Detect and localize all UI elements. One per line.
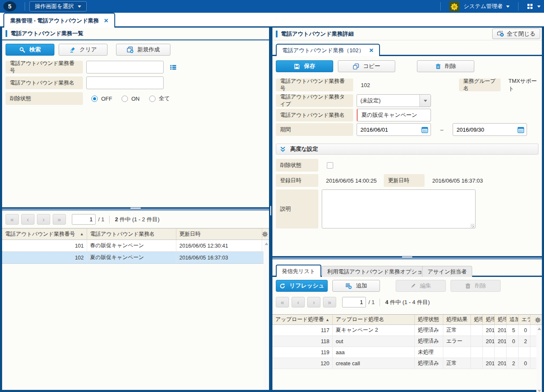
type-select[interactable]: (未設定)	[357, 94, 431, 107]
cell-c5	[471, 358, 483, 369]
tab-assigned-agents[interactable]: アサイン担当者	[422, 266, 472, 277]
page-number-input[interactable]	[342, 297, 366, 307]
column-header-updated[interactable]: 更新日時	[176, 228, 262, 240]
horizontal-splitter[interactable]	[2, 207, 269, 211]
radio-off[interactable]	[91, 96, 98, 102]
close-all-windows-icon	[497, 31, 504, 37]
next-page-button[interactable]: ›	[37, 214, 50, 225]
copy-button[interactable]: コピー	[338, 60, 395, 72]
clear-button[interactable]: クリア	[59, 44, 108, 56]
outbound-list-table: 電話アウトバウンド業務番号 ▲ 電話アウトバウンド業務名 更新日時 101 春の…	[2, 228, 269, 390]
calendar-icon[interactable]	[419, 126, 431, 133]
table-row[interactable]: 120 create call 処理済み 正常 2016 2016 2 0	[272, 358, 542, 369]
delete-button[interactable]: 削除	[417, 60, 474, 72]
cell-updated: 2016/06/05 16:37:03	[176, 252, 262, 263]
column-header-name[interactable]: 電話アウトバウンド業務名	[87, 228, 176, 240]
prev-page-button[interactable]: ‹	[292, 297, 305, 307]
first-page-button[interactable]: «	[6, 214, 19, 225]
refresh-button[interactable]: リフレッシュ	[276, 280, 328, 292]
divider	[518, 2, 518, 11]
description-textarea[interactable]	[322, 189, 476, 228]
radio-on[interactable]	[122, 96, 128, 102]
column-header-error[interactable]: エラ	[518, 315, 530, 324]
table-row[interactable]: 118 out 処理済み エラー 2016 2016 0 2	[272, 336, 542, 347]
calendar-icon[interactable]	[515, 126, 527, 133]
search-button[interactable]: 検索	[6, 44, 54, 56]
tab-call-list[interactable]: 発信先リスト	[276, 265, 321, 277]
detail-name-label: 電話アウトバウンド業務名	[276, 109, 353, 121]
number-search-input[interactable]	[86, 61, 164, 73]
apps-menu[interactable]	[527, 3, 541, 9]
detail-form: 電話アウトバウンド業務番号 102 業務グループ名 TMXサポート 電話アウトバ…	[272, 74, 542, 139]
delete-row-button[interactable]: 削除	[450, 280, 501, 292]
detail-panel-title: 電話アウトバウンド業務詳細	[281, 30, 354, 38]
column-header-number[interactable]: 電話アウトバウンド業務番号 ▲	[2, 228, 87, 240]
tab-label: 利用電話アウトバウンド業務オプション	[327, 268, 428, 276]
tab-outbound-options[interactable]: 利用電話アウトバウンド業務オプション	[322, 266, 434, 277]
vertical-splitter[interactable]	[269, 28, 272, 390]
close-all-button[interactable]: 全て閉じる	[492, 28, 540, 39]
delete-row-button-label: 削除	[475, 282, 486, 290]
scroll-up-icon[interactable]	[538, 327, 541, 330]
column-header-c6[interactable]: 処理	[483, 315, 495, 324]
advanced-settings-body: 削除状態 登録日時 2016/06/05 14:00:25 更新日時 2016/…	[272, 156, 542, 232]
cell-name: 夏キャンペーン 2	[333, 325, 415, 336]
save-button[interactable]: 保存	[276, 60, 333, 72]
scroll-down-icon[interactable]	[538, 390, 541, 392]
table-row-selected[interactable]: 102 夏の販促キャンペーン 2016/06/05 16:37:03	[2, 252, 269, 264]
page-total: / 1	[368, 299, 374, 305]
horizontal-splitter[interactable]	[272, 256, 542, 259]
column-settings-gear-icon[interactable]	[262, 231, 268, 237]
cell-result	[443, 347, 471, 358]
column-header-upload-number[interactable]: アップロード処理番号 ▲	[272, 315, 333, 324]
detail-name-input[interactable]	[357, 109, 431, 121]
name-search-input[interactable]	[86, 76, 164, 89]
column-header-added[interactable]: 追加	[507, 315, 518, 324]
scroll-up-icon[interactable]	[265, 243, 268, 245]
table-row[interactable]: 117 夏キャンペーン 2 処理済み 正常 2016 2016 5 0	[272, 325, 542, 336]
tab-outbound-102[interactable]: 電話アウトバウンド業務（102） ×	[276, 44, 380, 56]
add-button-label: 追加	[356, 282, 367, 290]
create-button-label: 新規作成	[137, 46, 160, 54]
period-to-input[interactable]	[453, 127, 515, 133]
list-select-icon[interactable]	[170, 64, 177, 71]
screen-select-button[interactable]: 操作画面を選択	[29, 1, 87, 11]
close-icon[interactable]: ×	[369, 47, 374, 54]
resize-grip-icon[interactable]	[470, 224, 474, 228]
column-header-status[interactable]: 処理状態	[415, 315, 443, 324]
column-header-c5[interactable]: 処理	[471, 315, 483, 324]
last-page-button[interactable]: »	[323, 297, 336, 307]
first-page-button[interactable]: «	[276, 297, 289, 307]
prev-page-button[interactable]: ‹	[21, 214, 34, 225]
column-settings-gear-icon[interactable]	[535, 317, 541, 323]
column-header-result[interactable]: 処理結果	[443, 315, 471, 324]
create-new-button[interactable]: 新規作成	[116, 44, 170, 56]
user-menu[interactable]: システム管理者	[464, 3, 510, 10]
avatar[interactable]	[449, 1, 459, 11]
period-from-input[interactable]	[357, 127, 419, 133]
advanced-settings-toggle[interactable]: 高度な設定	[276, 144, 538, 155]
edit-button[interactable]: 編集	[396, 280, 446, 292]
search-button-label: 検索	[29, 46, 41, 54]
select-dropdown-button[interactable]	[419, 95, 431, 107]
cell-number: 102	[2, 252, 87, 263]
add-button[interactable]: 追加	[332, 280, 380, 292]
delete-state-checkbox[interactable]	[327, 162, 333, 169]
column-header-c7[interactable]: 処理	[495, 315, 507, 324]
next-page-button[interactable]: ›	[307, 297, 320, 307]
radio-all[interactable]	[149, 96, 156, 102]
table-row[interactable]: 119 aaa 未処理	[272, 347, 542, 358]
tab-business-management[interactable]: 業務管理 - 電話アウトバウンド業務 ×	[3, 13, 115, 28]
page-number-input[interactable]	[72, 214, 96, 225]
edit-button-label: 編集	[420, 282, 431, 290]
last-page-button[interactable]: »	[53, 214, 66, 225]
column-header-upload-name[interactable]: アップロード処理名	[333, 315, 415, 324]
vertical-scrollbar[interactable]	[264, 240, 269, 390]
cell-updated: 2016/06/05 12:30:41	[176, 240, 262, 251]
content-area: 電話アウトバウンド業務一覧 検索 クリア	[0, 26, 544, 392]
close-icon[interactable]: ×	[104, 17, 108, 24]
table-row[interactable]: 101 春の販促キャンペーン 2016/06/05 12:30:41	[2, 240, 269, 252]
list-panel-title: 電話アウトバウンド業務一覧	[11, 30, 83, 37]
vertical-scrollbar[interactable]	[536, 325, 542, 392]
chevron-down-icon	[78, 6, 81, 9]
